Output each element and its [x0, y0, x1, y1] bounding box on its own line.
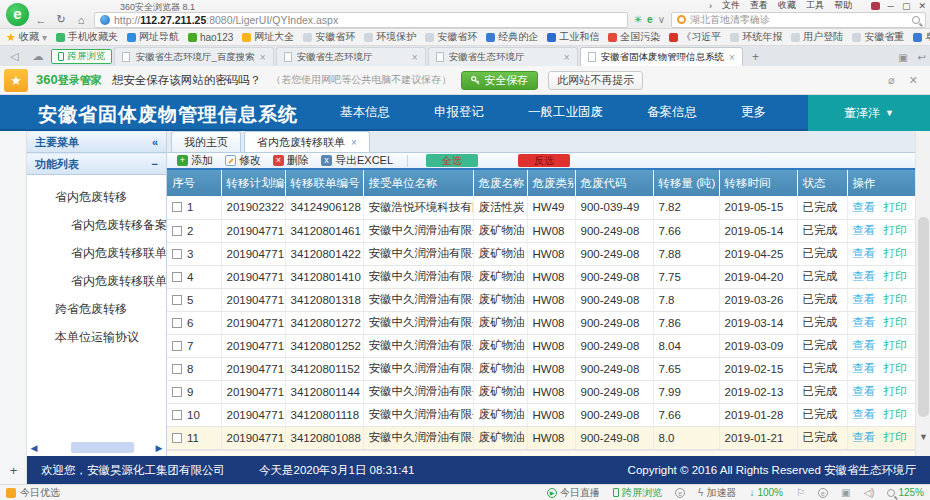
print-link[interactable]: 打印	[884, 408, 907, 420]
row-checkbox[interactable]	[172, 202, 182, 212]
nav-filing-info[interactable]: 备案信息	[647, 104, 697, 121]
edit-button[interactable]: 修改	[221, 153, 265, 168]
scroll-right-icon[interactable]: ▶	[154, 443, 164, 453]
hscroll-thumb[interactable]	[71, 442, 134, 453]
sidebar-hscrollbar[interactable]: ◀ ▶	[29, 441, 164, 454]
sidebar-menu-item[interactable]: 省内危废转移联单退	[27, 267, 166, 295]
nav-basic-info[interactable]: 基本信息	[340, 104, 390, 121]
row-checkbox[interactable]	[172, 272, 182, 282]
bookmark-item[interactable]: 手机收藏夹	[56, 30, 118, 44]
tab-close-icon[interactable]: ×	[412, 52, 418, 63]
bookmark-item[interactable]: 安徽省重	[852, 30, 904, 44]
live-button[interactable]: ▶今日直播	[547, 486, 600, 500]
row-checkbox[interactable]	[172, 226, 182, 236]
row-checkbox[interactable]	[172, 433, 182, 443]
bookmark-item[interactable]: 用户登陆	[791, 30, 843, 44]
windows-icon[interactable]: ▣	[841, 487, 850, 498]
bookmark-item[interactable]: 环统年报	[730, 30, 782, 44]
close-button[interactable]: ✕	[918, 1, 926, 11]
side-panel-add-icon[interactable]: +	[0, 463, 27, 478]
minimize-button[interactable]: ─	[888, 1, 894, 11]
print-link[interactable]: 打印	[884, 270, 907, 282]
reload-icon[interactable]: ↻	[54, 13, 68, 26]
delete-button[interactable]: ×删除	[269, 153, 313, 168]
vscroll-thumb[interactable]	[918, 217, 929, 417]
content-tab-close-icon[interactable]: ×	[351, 137, 357, 148]
print-link[interactable]: 打印	[884, 293, 907, 305]
column-header[interactable]: 状态	[797, 170, 847, 196]
sidebar-function-list-header[interactable]: 功能列表 −	[27, 153, 166, 175]
grid-vscrollbar[interactable]: ▼	[915, 131, 930, 456]
view-link[interactable]: 查看	[853, 270, 876, 282]
add-button[interactable]: +添加	[173, 153, 217, 168]
search-icon[interactable]	[912, 16, 920, 24]
view-link[interactable]: 查看	[853, 201, 876, 213]
row-checkbox[interactable]	[172, 364, 182, 374]
browser-tab[interactable]: 安徽省生态环境厅 ×	[428, 47, 578, 66]
tab-back-icon[interactable]: ◁	[4, 50, 24, 66]
nav-industrial-waste[interactable]: 一般工业固废	[528, 104, 603, 121]
search-input[interactable]	[690, 14, 908, 25]
bookmark-item[interactable]: 工业和信	[547, 30, 599, 44]
save-password-button[interactable]: 安全保存	[461, 71, 538, 90]
row-checkbox[interactable]	[172, 249, 182, 259]
nav-more[interactable]: 更多	[741, 104, 766, 121]
home-icon[interactable]: ⌂	[74, 14, 88, 26]
export-excel-button[interactable]: x导出EXCEL	[317, 153, 397, 168]
sidebar-menu-item[interactable]: 省内危废转移备案	[27, 211, 166, 239]
browser-logo-icon[interactable]: e	[6, 3, 29, 26]
user-menu[interactable]: 董泽洋 ▼	[808, 95, 930, 131]
nav-declaration[interactable]: 申报登记	[434, 104, 484, 121]
print-link[interactable]: 打印	[884, 385, 907, 397]
view-link[interactable]: 查看	[853, 385, 876, 397]
row-checkbox[interactable]	[172, 295, 182, 305]
view-link[interactable]: 查看	[853, 316, 876, 328]
new-tab-button[interactable]: +	[745, 50, 766, 66]
dismiss-button[interactable]: 此网站不再提示	[548, 71, 643, 90]
print-link[interactable]: 打印	[884, 362, 907, 374]
bookmark-item[interactable]: 环境保护	[364, 30, 416, 44]
tab-close-icon[interactable]: ×	[564, 52, 570, 63]
360-flower-icon[interactable]: ✳	[634, 14, 642, 25]
print-link[interactable]: 打印	[884, 247, 907, 259]
print-link[interactable]: 打印	[884, 316, 907, 328]
sound-icon[interactable]: ◁)	[863, 487, 874, 498]
cross-screen-button[interactable]: 跨屏浏览	[51, 49, 112, 64]
browser-tab[interactable]: 安徽省生态环境厅_百度搜索 ×	[114, 47, 273, 66]
invert-selection-button[interactable]: 反选	[518, 154, 570, 167]
promo-icon[interactable]	[871, 2, 880, 10]
bookmark-item[interactable]: 全国污染	[608, 30, 660, 44]
notification-close-icon[interactable]: ✕	[909, 74, 918, 87]
bookmark-item[interactable]: hao123	[188, 32, 233, 43]
cross-screen-status[interactable]: 跨屏浏览	[613, 486, 662, 500]
column-header[interactable]: 转移计划编号	[221, 170, 285, 196]
daily-picks[interactable]: 今日优选	[6, 486, 60, 500]
browser-tab[interactable]: 安徽省生态环境厅 ×	[276, 47, 426, 66]
column-header[interactable]: 转移联单编号	[285, 170, 363, 196]
browser-tab[interactable]: 安徽省固体废物管理信息系统 ×	[580, 47, 743, 66]
column-header[interactable]: 危废类别	[527, 170, 575, 196]
accelerator-button[interactable]: ϟ加速器	[698, 486, 736, 500]
restore-tab-icon[interactable]: ▣	[898, 52, 907, 63]
column-header[interactable]: 操作	[847, 170, 915, 196]
maximize-button[interactable]: ▢	[902, 1, 911, 11]
bookmark-item[interactable]: 网址大全	[242, 30, 294, 44]
flag-icon[interactable]: ⚐	[796, 487, 805, 498]
scroll-left-icon[interactable]: ◀	[29, 443, 39, 453]
address-bar[interactable]: http://112.27.211.25:8080/LigerUI/QYInde…	[94, 12, 628, 28]
back-icon[interactable]: ←	[34, 14, 48, 26]
select-all-button[interactable]: 全选	[426, 154, 478, 167]
sidebar-menu-item[interactable]: 省内危废转移联单	[27, 239, 166, 267]
undo-close-icon[interactable]: ↩	[918, 52, 926, 63]
bookmark-item[interactable]: 《习近平	[669, 30, 721, 44]
row-checkbox[interactable]	[172, 341, 182, 351]
compat-mode-icon[interactable]: e	[675, 488, 685, 498]
column-header[interactable]: 转移量 (吨)	[653, 170, 719, 196]
print-link[interactable]: 打印	[884, 224, 907, 236]
bookmark-item[interactable]: 经典的企	[486, 30, 538, 44]
sidebar-menu-item[interactable]: 本单位运输协议	[27, 323, 166, 351]
download-status[interactable]: ↓100%	[749, 487, 783, 498]
print-link[interactable]: 打印	[884, 339, 907, 351]
print-link[interactable]: 打印	[884, 201, 907, 213]
print-link[interactable]: 打印	[884, 431, 907, 443]
